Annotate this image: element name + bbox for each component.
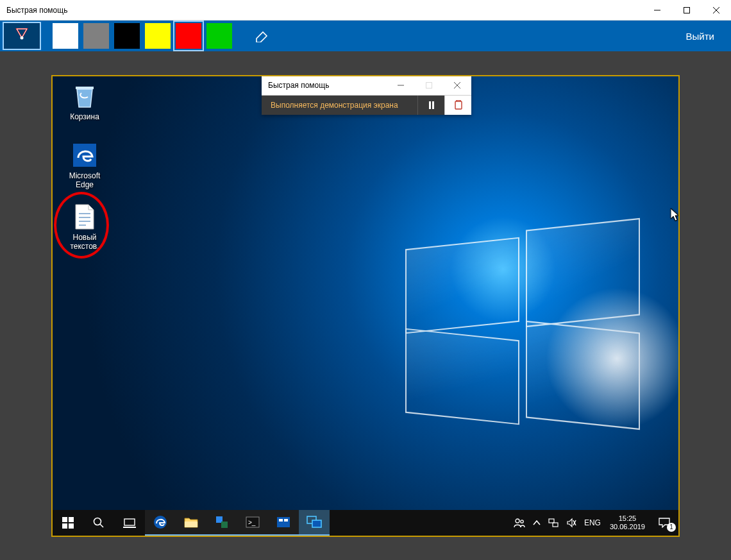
tray-people-icon[interactable] xyxy=(510,510,529,536)
svg-line-22 xyxy=(100,524,103,527)
svg-rect-16 xyxy=(455,101,462,109)
remote-maximize-button xyxy=(415,76,443,95)
recycle-bin-icon xyxy=(71,83,98,110)
svg-rect-39 xyxy=(553,523,558,527)
color-red[interactable] xyxy=(176,23,201,49)
start-button[interactable] xyxy=(53,510,83,536)
desktop-icon-label: Microsoft Edge xyxy=(69,171,101,189)
svg-point-21 xyxy=(94,518,101,525)
remote-pause-button[interactable] xyxy=(417,96,444,115)
maximize-button[interactable] xyxy=(672,0,702,21)
svg-rect-24 xyxy=(123,527,136,528)
desktop-icon-edge[interactable]: Microsoft Edge xyxy=(60,142,109,189)
color-green[interactable] xyxy=(206,23,232,49)
svg-rect-33 xyxy=(284,519,288,522)
system-tray: ENG 15:25 30.06.2019 1 xyxy=(510,510,678,536)
svg-rect-35 xyxy=(312,520,321,527)
svg-point-36 xyxy=(516,519,519,523)
remote-quickassist-titlebar: Быстрая помощь xyxy=(262,76,471,96)
color-black[interactable] xyxy=(114,23,140,49)
remote-quickassist-title: Быстрая помощь xyxy=(268,81,329,90)
tray-notifications[interactable]: 1 xyxy=(650,510,678,536)
svg-rect-19 xyxy=(62,523,67,529)
tray-date: 30.06.2019 xyxy=(610,523,645,531)
svg-rect-38 xyxy=(549,519,554,523)
tray-clock[interactable]: 15:25 30.06.2019 xyxy=(605,514,650,531)
remote-status-text: Выполняется демонстрация экрана xyxy=(262,101,417,110)
remote-screen[interactable]: Корзина Microsoft Edge xyxy=(51,75,680,537)
remote-taskbar: >_ ENG xyxy=(53,510,678,536)
svg-rect-26 xyxy=(185,522,197,527)
close-button[interactable] xyxy=(702,0,731,21)
pen-tool[interactable] xyxy=(3,22,41,50)
cursor-icon xyxy=(671,208,680,221)
svg-rect-11 xyxy=(426,83,432,89)
svg-rect-20 xyxy=(69,523,74,529)
svg-rect-23 xyxy=(124,519,135,525)
window-controls xyxy=(643,0,731,21)
tray-time: 15:25 xyxy=(619,514,637,523)
remote-stop-button[interactable] xyxy=(444,96,471,115)
remote-minimize-button[interactable] xyxy=(387,76,415,95)
annotation-toolbar: Выйти xyxy=(0,21,731,51)
svg-point-37 xyxy=(521,520,523,522)
desktop-icon-label: Корзина xyxy=(70,112,99,121)
remote-quickassist-statusbar: Выполняется демонстрация экрана xyxy=(262,96,471,115)
taskbar-edge[interactable] xyxy=(145,510,176,536)
svg-text:>_: >_ xyxy=(248,519,256,526)
taskview-button[interactable] xyxy=(114,510,145,536)
window-title: Быстрая помощь xyxy=(0,6,67,15)
tray-overflow-icon[interactable] xyxy=(529,510,544,536)
color-white[interactable] xyxy=(53,23,78,49)
svg-rect-28 xyxy=(221,522,228,528)
window-title-bar: Быстрая помощь xyxy=(0,0,731,21)
color-yellow[interactable] xyxy=(145,23,171,49)
eraser-tool[interactable] xyxy=(242,22,281,50)
svg-rect-32 xyxy=(279,519,283,522)
taskbar-quickassist[interactable] xyxy=(299,510,330,536)
svg-rect-1 xyxy=(684,7,690,13)
search-button[interactable] xyxy=(83,510,114,536)
svg-rect-18 xyxy=(69,517,74,522)
svg-rect-14 xyxy=(429,101,431,109)
frame-area: Корзина Microsoft Edge xyxy=(0,51,731,560)
remote-close-button[interactable] xyxy=(443,76,471,95)
svg-rect-15 xyxy=(432,101,434,109)
edge-icon xyxy=(71,142,98,169)
tray-network-icon[interactable] xyxy=(544,510,562,536)
taskbar-app-2[interactable] xyxy=(268,510,299,536)
desktop-icon-recycle-bin[interactable]: Корзина xyxy=(60,83,109,121)
taskbar-app-1[interactable] xyxy=(206,510,237,536)
taskbar-explorer[interactable] xyxy=(176,510,206,536)
remote-desktop: Корзина Microsoft Edge xyxy=(53,76,678,536)
minimize-button[interactable] xyxy=(643,0,672,21)
color-gray[interactable] xyxy=(83,23,109,49)
taskbar-cmd[interactable]: >_ xyxy=(237,510,268,536)
tray-volume-icon[interactable] xyxy=(562,510,580,536)
svg-rect-17 xyxy=(62,517,67,522)
notification-badge: 1 xyxy=(667,523,676,532)
remote-quickassist-window[interactable]: Быстрая помощь Выполняется демонстрация … xyxy=(262,76,471,115)
red-circle-annotation xyxy=(54,192,109,259)
tray-language[interactable]: ENG xyxy=(580,510,605,536)
svg-rect-31 xyxy=(277,517,290,527)
exit-button[interactable]: Выйти xyxy=(672,21,728,51)
